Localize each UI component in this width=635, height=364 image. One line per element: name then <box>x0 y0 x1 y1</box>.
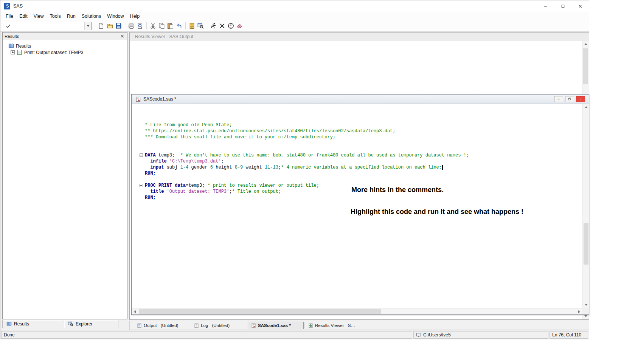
menu-tools[interactable]: Tools <box>47 12 64 20</box>
combo-dropdown-button[interactable] <box>84 22 91 30</box>
tree-item-label: Results <box>16 43 31 49</box>
text-cursor <box>442 165 443 170</box>
chevron-down-icon <box>585 304 588 306</box>
status-message-box: Done <box>1 331 412 339</box>
fold-collapse-icon[interactable] <box>140 153 143 157</box>
menu-solutions[interactable]: Solutions <box>79 12 104 20</box>
scrollbar-thumb[interactable] <box>584 223 588 265</box>
editor-minimize-button[interactable] <box>554 96 563 102</box>
menu-view[interactable]: View <box>31 12 47 20</box>
output-window-icon <box>137 323 142 328</box>
scroll-up-button[interactable] <box>582 41 589 47</box>
tree-item-results[interactable]: Results <box>3 43 127 49</box>
clear-all-button[interactable] <box>235 22 244 30</box>
new-library-icon <box>189 23 195 29</box>
code-line[interactable] <box>145 177 582 183</box>
editor-close-button[interactable] <box>576 96 585 102</box>
scrollbar-thumb[interactable] <box>139 309 381 314</box>
command-input[interactable] <box>12 22 84 30</box>
save-file-button[interactable] <box>114 22 123 30</box>
copy-button[interactable] <box>157 22 166 30</box>
close-icon <box>578 4 583 9</box>
code-line[interactable] <box>145 110 582 116</box>
code-editor[interactable]: * File from good ole Penn State;** https… <box>132 104 582 308</box>
menu-run[interactable]: Run <box>64 12 79 20</box>
command-combobox[interactable] <box>4 22 92 30</box>
dock-tab-label: Results <box>14 321 29 327</box>
explorer-tab-icon <box>68 321 73 327</box>
code-line[interactable] <box>145 104 582 110</box>
menu-edit[interactable]: Edit <box>16 12 31 20</box>
restore-icon <box>568 97 571 101</box>
undo-button[interactable] <box>175 22 183 30</box>
scrollbar-thumb[interactable] <box>583 48 588 84</box>
window-tab-label: Results Viewer - SAS Ou... <box>315 323 357 328</box>
menu-window[interactable]: Window <box>104 12 127 20</box>
code-line[interactable]: ** https://online.stat.psu.edu/onlinecou… <box>145 128 582 134</box>
open-file-button[interactable] <box>106 22 114 30</box>
chevron-down-icon <box>87 25 90 27</box>
toolbar-separator <box>185 22 186 29</box>
cancel-button[interactable] <box>218 22 227 30</box>
editor-horizontal-scrollbar[interactable] <box>132 308 582 314</box>
status-path-box: C:\Users\tve5 <box>413 331 548 339</box>
code-line[interactable]: infile 'C:\Temp\temp3.dat'; <box>145 158 582 164</box>
copy-icon <box>158 23 165 29</box>
minimize-icon <box>543 4 548 9</box>
code-line[interactable]: RUN; <box>145 170 582 177</box>
print-preview-button[interactable] <box>136 22 144 30</box>
results-viewer-icon <box>308 323 313 328</box>
window-controls <box>537 0 589 12</box>
window-tab-results-viewer-sas-ou[interactable]: Results Viewer - SAS Ou... <box>305 322 361 329</box>
scroll-up-button[interactable] <box>583 104 589 110</box>
code-line[interactable]: input subj 1-4 gender 6 height 8-9 weigh… <box>145 164 582 170</box>
window-tab-output-untitled[interactable]: Output - (Untitled) <box>134 322 189 329</box>
code-line[interactable]: RUN; <box>145 195 582 201</box>
results-viewer-titlebar[interactable]: Results Viewer - SAS Output <box>130 33 589 41</box>
fold-collapse-icon[interactable] <box>140 184 143 187</box>
results-panel-titlebar[interactable]: Results <box>3 33 127 40</box>
submit-program-button[interactable] <box>209 22 218 30</box>
tree-item-print-output[interactable]: Print: Output dataset: TEMP3 <box>3 49 127 56</box>
window-tab-sascode1-sas[interactable]: SAScode1.sas * <box>248 322 304 329</box>
editor-titlebar[interactable]: SAScode1.sas * <box>132 94 589 104</box>
maximize-button[interactable] <box>554 0 571 12</box>
toolbar-buttons <box>97 22 244 30</box>
new-library-button[interactable] <box>188 22 196 30</box>
code-line[interactable] <box>145 140 582 146</box>
break-button[interactable] <box>227 22 235 30</box>
dock-tab-explorer[interactable]: Explorer <box>64 320 118 328</box>
print-icon <box>128 23 135 29</box>
code-line[interactable]: *** Download this small file and move it… <box>145 134 582 140</box>
scroll-down-button[interactable] <box>583 302 589 308</box>
print-button[interactable] <box>127 22 136 30</box>
menu-file[interactable]: File <box>3 12 16 20</box>
window-tab-log-untitled[interactable]: Log - (Untitled) <box>191 322 247 329</box>
scroll-right-button[interactable] <box>576 308 582 315</box>
close-button[interactable] <box>571 0 589 12</box>
expand-plus-icon[interactable] <box>11 50 15 54</box>
editor-vertical-scrollbar[interactable] <box>582 104 589 308</box>
code-line[interactable] <box>145 146 582 152</box>
code-line[interactable]: DATA temp3; * We don't have to use this … <box>145 152 582 158</box>
paste-button[interactable] <box>166 22 175 30</box>
new-document-button[interactable] <box>97 22 106 30</box>
open-file-icon <box>107 23 113 29</box>
sas-explorer-button[interactable] <box>196 22 205 30</box>
dock-tab-results[interactable]: Results <box>2 320 63 328</box>
results-tree: Results Print: Output dataset: TEMP3 <box>3 40 127 56</box>
toolbar-separator <box>146 22 147 29</box>
scroll-left-button[interactable] <box>132 308 138 315</box>
code-line[interactable]: * File from good ole Penn State; <box>145 122 582 128</box>
results-panel-title: Results <box>5 34 19 39</box>
minimize-button[interactable] <box>537 0 554 12</box>
editor-restore-button[interactable] <box>565 96 574 102</box>
menu-help[interactable]: Help <box>127 12 143 20</box>
checkmark-icon <box>6 23 11 29</box>
cut-button[interactable] <box>149 22 157 30</box>
code-line[interactable] <box>145 116 582 122</box>
print-preview-icon <box>137 23 143 29</box>
results-panel-close-button[interactable] <box>120 33 125 39</box>
title-bar[interactable]: SAS <box>0 0 589 12</box>
annotation-run-hint: Highlight this code and run it and see w… <box>351 208 523 216</box>
